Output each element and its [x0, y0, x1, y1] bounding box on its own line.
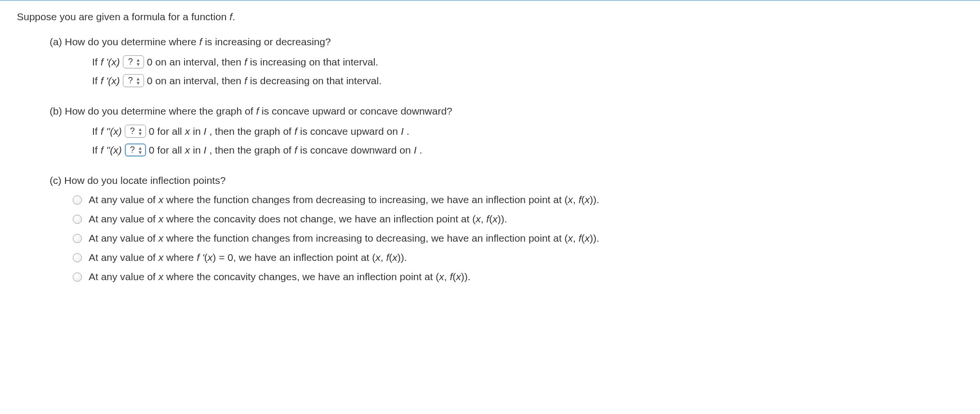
part-a-heading: (a) How do you determine where f is incr…	[50, 36, 963, 48]
part-b-row1-x: x	[185, 126, 190, 137]
part-a-row1-post: is increasing on that interval.	[250, 56, 378, 68]
option-1[interactable]: At any value of x where the function cha…	[73, 194, 963, 206]
part-b-row1-f: f	[294, 126, 297, 137]
part-b-row2-mid3: , then the graph of	[209, 144, 291, 156]
part-a-heading-post: is increasing or decreasing?	[202, 36, 331, 47]
part-b-heading: (b) How do you determine where the graph…	[50, 105, 963, 117]
question-intro: Suppose you are given a formula for a fu…	[17, 11, 963, 23]
part-b-row1-I: I	[204, 126, 207, 137]
part-b-row2-f: f	[294, 144, 297, 156]
dropdown-arrows-icon: ▲▼	[138, 127, 143, 136]
part-c-options: At any value of x where the function cha…	[73, 194, 963, 283]
dropdown-value: ?	[128, 57, 133, 67]
part-b-row1-mid1: 0 for all	[149, 126, 182, 137]
option-2[interactable]: At any value of x where the concavity do…	[73, 213, 963, 225]
part-a-dropdown-1[interactable]: ? ▲▼	[123, 55, 144, 68]
part-b-row2-pre: If	[92, 144, 98, 156]
part-a-row1-pre: If	[92, 56, 98, 68]
part-a-row1-fprime: f '(x)	[101, 56, 120, 68]
part-b: (b) How do you determine where the graph…	[50, 105, 963, 156]
part-b-row-1: If f ''(x) ? ▲▼ 0 for all x in I, then t…	[92, 125, 963, 138]
part-b-row2-mid1: 0 for all	[149, 144, 182, 156]
intro-text: Suppose you are given a formula for a fu…	[17, 11, 229, 22]
part-a-dropdown-2[interactable]: ? ▲▼	[123, 74, 144, 87]
part-c-heading: (c) How do you locate inflection points?	[50, 175, 963, 186]
part-b-row2-I: I	[204, 144, 207, 156]
part-a: (a) How do you determine where f is incr…	[50, 36, 963, 87]
part-a-row2-f: f	[244, 75, 247, 87]
part-b-row2-fpp: f ''(x)	[101, 144, 122, 156]
part-b-row1-I2: I	[401, 126, 404, 137]
part-a-row1-f: f	[244, 56, 247, 68]
intro-post: .	[232, 11, 235, 22]
radio-icon[interactable]	[73, 215, 82, 224]
option-1-label: At any value of x where the function cha…	[89, 194, 599, 206]
question-container: Suppose you are given a formula for a fu…	[0, 0, 980, 311]
dropdown-arrows-icon: ▲▼	[138, 146, 143, 155]
option-3-label: At any value of x where the function cha…	[89, 233, 599, 244]
dropdown-arrows-icon: ▲▼	[136, 77, 141, 85]
radio-icon[interactable]	[73, 234, 82, 243]
part-b-row2-mid4: is concave downward on	[300, 144, 411, 156]
part-b-row1-mid3: , then the graph of	[209, 126, 291, 137]
part-b-row1-pre: If	[92, 126, 98, 137]
part-b-row1-post: .	[407, 126, 410, 137]
part-b-dropdown-2[interactable]: ? ▲▼	[125, 143, 146, 156]
option-4[interactable]: At any value of x where f '(x) = 0, we h…	[73, 252, 963, 263]
part-a-heading-pre: (a) How do you determine where	[50, 36, 199, 47]
part-b-row1-mid2: in	[193, 126, 200, 137]
option-4-label: At any value of x where f '(x) = 0, we h…	[89, 252, 407, 263]
part-b-dropdown-1[interactable]: ? ▲▼	[125, 125, 146, 138]
part-a-row-2: If f '(x) ? ▲▼ 0 on an interval, then f …	[92, 74, 963, 87]
part-b-row2-post: .	[420, 144, 423, 156]
option-5-label: At any value of x where the concavity ch…	[89, 271, 471, 283]
option-5[interactable]: At any value of x where the concavity ch…	[73, 271, 963, 283]
dropdown-arrows-icon: ▲▼	[136, 58, 141, 66]
part-b-row-2: If f ''(x) ? ▲▼ 0 for all x in I, then t…	[92, 143, 963, 156]
part-b-heading-post: is concave upward or concave downward?	[259, 105, 452, 116]
dropdown-value: ?	[130, 126, 135, 136]
part-b-heading-pre: (b) How do you determine where the graph…	[50, 105, 256, 116]
radio-icon[interactable]	[73, 253, 82, 262]
part-c: (c) How do you locate inflection points?…	[50, 175, 963, 283]
part-a-row2-fprime: f '(x)	[101, 75, 120, 87]
dropdown-value: ?	[130, 145, 135, 155]
part-a-row2-pre: If	[92, 75, 98, 87]
part-a-row2-mid: 0 on an interval, then	[147, 75, 241, 87]
part-a-row1-mid: 0 on an interval, then	[147, 56, 241, 68]
part-b-row2-x: x	[185, 144, 190, 156]
part-b-row2-I2: I	[414, 144, 417, 156]
part-b-row2-mid2: in	[193, 144, 200, 156]
option-3[interactable]: At any value of x where the function cha…	[73, 233, 963, 244]
dropdown-value: ?	[128, 76, 133, 86]
part-b-row1-fpp: f ''(x)	[101, 126, 122, 137]
option-2-label: At any value of x where the concavity do…	[89, 213, 507, 225]
part-a-row2-post: is decreasing on that interval.	[250, 75, 382, 87]
part-b-row1-mid4: is concave upward on	[300, 126, 398, 137]
radio-icon[interactable]	[73, 272, 82, 282]
part-a-row-1: If f '(x) ? ▲▼ 0 on an interval, then f …	[92, 55, 963, 68]
radio-icon[interactable]	[73, 195, 82, 205]
